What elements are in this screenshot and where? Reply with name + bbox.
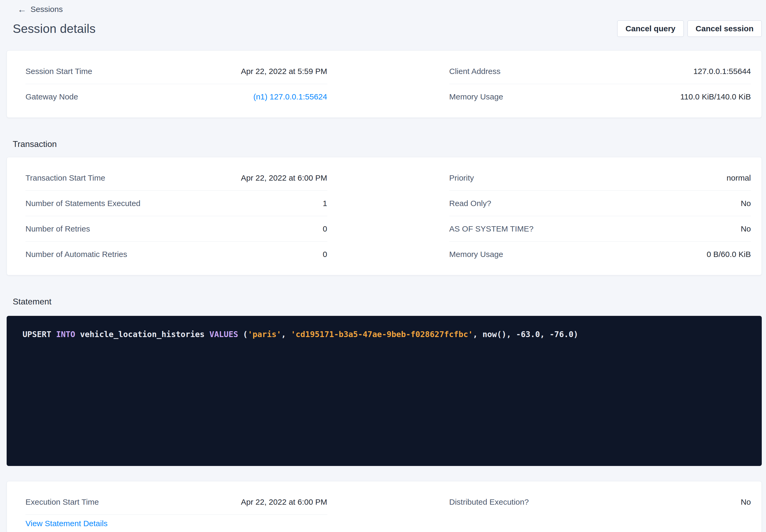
row-value: Apr 22, 2022 at 6:00 PM (241, 173, 327, 182)
view-statement-details-row: View Statement Details (25, 515, 327, 532)
session-summary-left-column: Session Start Time Apr 22, 2022 at 5:59 … (25, 59, 327, 110)
header-actions: Cancel query Cancel session (617, 20, 762, 37)
row-value: No (741, 498, 751, 507)
row-label: Number of Statements Executed (25, 199, 141, 208)
sql-token: VALUES (209, 330, 243, 339)
row-value: Apr 22, 2022 at 5:59 PM (241, 67, 327, 76)
session-details-page: ← Sessions Session details Cancel query … (0, 0, 766, 532)
row-label: Session Start Time (25, 67, 92, 76)
transaction-section-heading: Transaction (13, 139, 766, 149)
breadcrumb-back-sessions[interactable]: ← Sessions (18, 4, 63, 15)
transaction-card: Transaction Start Time Apr 22, 2022 at 6… (7, 157, 762, 275)
row-label: Memory Usage (449, 92, 503, 101)
sql-token: , (281, 330, 291, 339)
sql-token: INTO (56, 330, 80, 339)
gateway-node-row: Gateway Node (n1) 127.0.0.1:55624 (25, 84, 327, 110)
row-value: No (741, 224, 751, 233)
row-value: normal (726, 173, 751, 182)
row-label: Number of Retries (25, 224, 90, 233)
priority-row: Priority normal (449, 165, 751, 191)
sql-token: ( (243, 330, 248, 339)
sql-token: vehicle_location_histories (80, 330, 210, 339)
session-summary-right-column: Client Address 127.0.0.1:55644 Memory Us… (449, 59, 751, 110)
transaction-right-column: Priority normal Read Only? No AS OF SYST… (449, 165, 751, 267)
automatic-retries-row: Number of Automatic Retries 0 (25, 242, 327, 267)
row-value: 0 (323, 250, 327, 259)
page-header: Session details Cancel query Cancel sess… (13, 20, 762, 38)
cancel-session-button[interactable]: Cancel session (687, 20, 762, 37)
statement-sql-box: UPSERT INTO vehicle_location_histories V… (7, 316, 762, 466)
row-value: 0 (323, 224, 327, 233)
row-value: No (741, 199, 751, 208)
page-title: Session details (13, 21, 95, 36)
execution-right-column: Distributed Execution? No (449, 489, 751, 532)
number-of-retries-row: Number of Retries 0 (25, 216, 327, 242)
row-label: Distributed Execution? (449, 498, 529, 507)
session-start-time-row: Session Start Time Apr 22, 2022 at 5:59 … (25, 59, 327, 84)
execution-left-column: Execution Start Time Apr 22, 2022 at 6:0… (25, 489, 327, 532)
as-of-system-time-row: AS OF SYSTEM TIME? No (449, 216, 751, 242)
row-label: Gateway Node (25, 92, 78, 101)
statements-executed-row: Number of Statements Executed 1 (25, 191, 327, 216)
back-arrow-icon: ← (18, 5, 27, 14)
view-statement-details-link[interactable]: View Statement Details (25, 519, 108, 528)
row-value: 127.0.0.1:55644 (693, 67, 751, 76)
transaction-start-time-row: Transaction Start Time Apr 22, 2022 at 6… (25, 165, 327, 191)
row-label: Priority (449, 173, 474, 182)
sql-token: UPSERT (23, 330, 56, 339)
breadcrumb-label: Sessions (31, 5, 63, 14)
sql-statement-text: UPSERT INTO vehicle_location_histories V… (23, 329, 746, 340)
transaction-memory-usage-row: Memory Usage 0 B/60.0 KiB (449, 242, 751, 267)
row-label: Memory Usage (449, 250, 503, 259)
session-memory-usage-row: Memory Usage 110.0 KiB/140.0 KiB (449, 84, 751, 110)
statement-section-heading: Statement (13, 296, 766, 307)
client-address-row: Client Address 127.0.0.1:55644 (449, 59, 751, 84)
execution-start-time-row: Execution Start Time Apr 22, 2022 at 6:0… (25, 489, 327, 515)
row-value: 0 B/60.0 KiB (707, 250, 751, 259)
row-label: Number of Automatic Retries (25, 250, 127, 259)
row-label: Read Only? (449, 199, 491, 208)
transaction-left-column: Transaction Start Time Apr 22, 2022 at 6… (25, 165, 327, 267)
sql-token: 'cd195171-b3a5-47ae-9beb-f028627fcfbc' (291, 330, 473, 339)
row-label: AS OF SYSTEM TIME? (449, 224, 534, 233)
session-summary-card: Session Start Time Apr 22, 2022 at 5:59 … (7, 50, 762, 118)
read-only-row: Read Only? No (449, 191, 751, 216)
gateway-node-link[interactable]: (n1) 127.0.0.1:55624 (253, 92, 327, 101)
row-value: 1 (323, 199, 327, 208)
sql-token: 'paris' (248, 330, 281, 339)
row-label: Transaction Start Time (25, 173, 105, 182)
row-label: Client Address (449, 67, 500, 76)
distributed-execution-row: Distributed Execution? No (449, 489, 751, 515)
cancel-query-button[interactable]: Cancel query (617, 20, 684, 37)
row-label: Execution Start Time (25, 498, 99, 507)
row-value: 110.0 KiB/140.0 KiB (680, 92, 751, 101)
sql-token: , now(), -63.0, -76.0) (473, 330, 578, 339)
execution-details-card: Execution Start Time Apr 22, 2022 at 6:0… (7, 481, 762, 532)
row-value: Apr 22, 2022 at 6:00 PM (241, 498, 327, 507)
